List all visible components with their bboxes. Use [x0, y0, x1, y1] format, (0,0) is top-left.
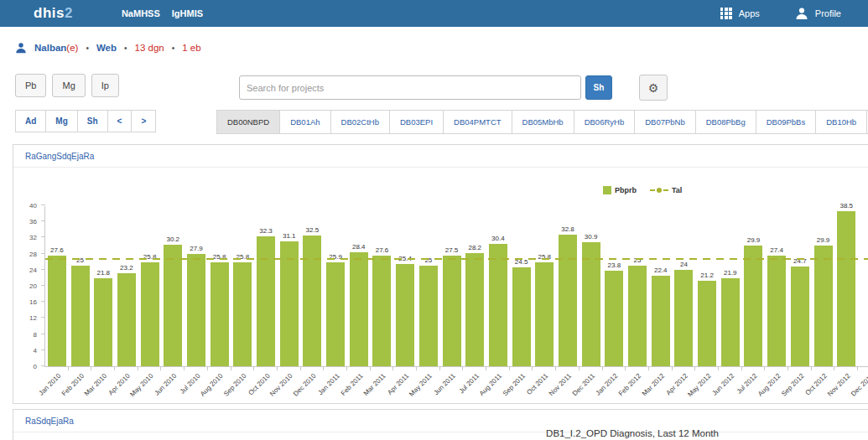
- bar[interactable]: [372, 256, 391, 366]
- bar-value-label: 27.5: [445, 246, 459, 254]
- bar-slot: 30.9Dec 2011: [580, 206, 603, 366]
- tab-nav-button-1[interactable]: Mg: [45, 110, 76, 132]
- bar-slot: 24.5Sep 2011: [510, 206, 533, 366]
- dashboard-tab[interactable]: DB04PMTCT: [443, 110, 511, 134]
- dashboard-tab[interactable]: DB02CtHb: [330, 110, 389, 134]
- dashboard-tab[interactable]: DB03EPI: [389, 110, 443, 134]
- dashboard-tab[interactable]: DB05MbHb: [512, 110, 574, 134]
- bar[interactable]: [233, 262, 252, 366]
- bar[interactable]: [350, 252, 368, 366]
- bar[interactable]: [559, 235, 577, 366]
- y-axis-tick-label: 40: [29, 202, 37, 210]
- bar[interactable]: [767, 256, 786, 366]
- x-axis-tick: [811, 366, 812, 370]
- bar[interactable]: [257, 236, 275, 366]
- dashboard-tab[interactable]: DB08PbBg: [695, 110, 756, 134]
- dashboard-tab[interactable]: DB09PbBs: [756, 110, 815, 134]
- toolbar-button-0[interactable]: Pb: [15, 74, 46, 97]
- x-axis-tick: [532, 366, 533, 370]
- bar-slot: 25.8Sep 2010: [231, 206, 255, 366]
- bar[interactable]: [628, 266, 647, 366]
- x-axis-category-label: Sep 2011: [502, 372, 527, 397]
- dashboard-tab[interactable]: DB10Hb: [815, 110, 866, 134]
- tab-nav-button-4[interactable]: >: [131, 110, 156, 132]
- legend-item-1[interactable]: Tal: [650, 186, 682, 194]
- x-axis-category-label: Feb 2010: [60, 372, 86, 397]
- bar[interactable]: [48, 256, 66, 366]
- bar[interactable]: [535, 262, 554, 366]
- second-chart-title: DB1_I.2_OPD Diagnosis, Last 12 Month: [546, 428, 719, 438]
- search-button[interactable]: Sh: [585, 75, 612, 100]
- profile-menu-button[interactable]: Profile: [795, 7, 841, 20]
- toolbar-button-1[interactable]: Mg: [52, 74, 85, 97]
- nav-item-ighmis[interactable]: IgHMIS: [172, 8, 203, 18]
- bar[interactable]: [326, 262, 345, 366]
- bar[interactable]: [187, 254, 205, 366]
- bar[interactable]: [280, 241, 299, 366]
- nav-item-namhss[interactable]: NaMHSS: [122, 8, 160, 18]
- dashboard-tab[interactable]: DB07PbNb: [634, 110, 695, 134]
- bar[interactable]: [419, 266, 438, 366]
- bar[interactable]: [164, 245, 182, 366]
- x-axis-tick: [602, 366, 603, 370]
- tab-nav-button-2[interactable]: Sh: [77, 110, 107, 132]
- legend-item-0[interactable]: Pbprb: [603, 186, 637, 194]
- settings-gear-button[interactable]: ⚙: [639, 75, 668, 101]
- x-axis-category-label: Oct 2012: [804, 372, 829, 396]
- bar[interactable]: [814, 246, 833, 366]
- bar-value-label: 32.3: [259, 227, 273, 235]
- tab-nav-button-0[interactable]: Ad: [15, 110, 45, 132]
- bar-slot: 32.3Oct 2010: [254, 206, 278, 366]
- user-name[interactable]: Nalban: [34, 43, 66, 53]
- dashboard-tab[interactable]: DB00NBPD: [216, 110, 279, 134]
- bar[interactable]: [744, 246, 762, 366]
- x-axis-tick: [718, 366, 719, 370]
- bar[interactable]: [141, 262, 159, 366]
- search-input[interactable]: [239, 75, 581, 100]
- x-axis-tick: [509, 366, 510, 370]
- toolbar-button-group: PbMgIp: [15, 74, 119, 97]
- bar[interactable]: [443, 256, 461, 366]
- bar-slot: Dec 2012: [858, 206, 868, 366]
- bar-value-label: 23.2: [120, 264, 133, 272]
- user-context[interactable]: Web: [96, 43, 117, 53]
- bar[interactable]: [698, 281, 716, 366]
- bar[interactable]: [465, 253, 484, 366]
- bar[interactable]: [721, 278, 740, 366]
- bar[interactable]: [303, 236, 321, 366]
- bar-value-label: 21.2: [700, 272, 714, 279]
- bar[interactable]: [211, 262, 229, 366]
- bar-value-label: 25.8: [538, 253, 551, 261]
- bar-value-label: 30.4: [491, 235, 505, 242]
- dhis2-logo[interactable]: dhis2: [34, 5, 73, 22]
- x-axis-category-label: Sep 2010: [222, 372, 248, 398]
- bar[interactable]: [791, 267, 809, 366]
- bar[interactable]: [674, 270, 693, 366]
- bar[interactable]: [396, 264, 414, 366]
- bar-value-label: 23.8: [608, 261, 621, 269]
- panel1-action-links[interactable]: RaGangSdqEjaRa: [25, 152, 94, 161]
- dashboard-item-chart-panel: RaGangSdqEjaRa PbprbTal 0481216202428323…: [13, 144, 868, 404]
- bar-slot: 24.7Sep 2012: [788, 206, 812, 366]
- bar[interactable]: [837, 211, 855, 366]
- dashboard-tab[interactable]: DB01Ah: [279, 110, 330, 134]
- bar[interactable]: [582, 242, 600, 366]
- bar-value-label: 28.4: [352, 243, 366, 251]
- bar[interactable]: [652, 276, 670, 366]
- dashboard-tabs-row: AdMgSh<> DB00NBPDDB01AhDB02CtHbDB03EPIDB…: [0, 110, 868, 133]
- bar[interactable]: [117, 273, 136, 366]
- bar[interactable]: [489, 244, 507, 366]
- apps-menu-button[interactable]: Apps: [720, 8, 760, 19]
- bar[interactable]: [605, 271, 623, 366]
- x-axis-category-label: Jan 2012: [595, 372, 620, 397]
- tab-nav-button-3[interactable]: <: [107, 110, 132, 132]
- panel2-action-links[interactable]: RaSdqEjaRa: [25, 417, 74, 426]
- x-axis-category-label: Mar 2010: [83, 372, 108, 397]
- bar[interactable]: [94, 278, 112, 366]
- x-axis-tick: [370, 366, 371, 370]
- dashboard-tab[interactable]: DB06RyHb: [574, 110, 635, 134]
- bar[interactable]: [71, 266, 90, 366]
- toolbar-button-2[interactable]: Ip: [91, 74, 119, 97]
- bar[interactable]: [512, 267, 531, 366]
- bar-value-label: 27.9: [190, 245, 203, 252]
